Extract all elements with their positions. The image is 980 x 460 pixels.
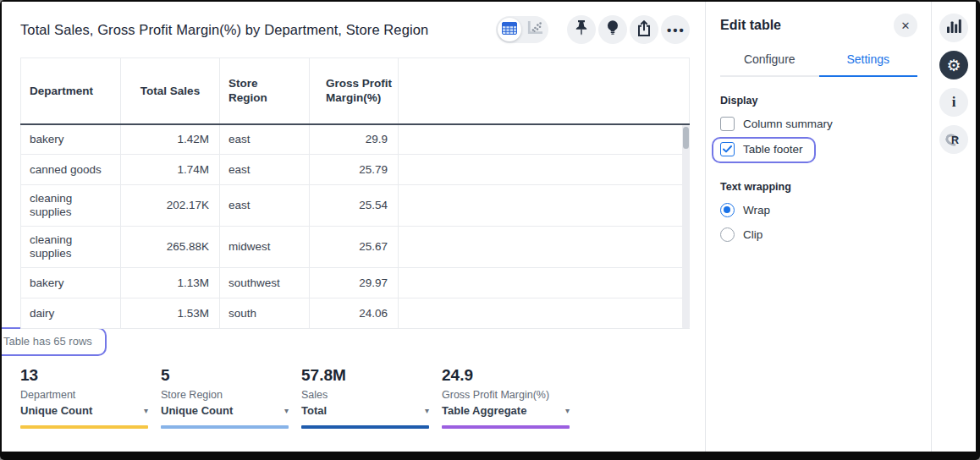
checkbox-row-table-footer[interactable]: Table footer xyxy=(720,142,803,156)
bar-chart-icon xyxy=(947,19,961,36)
cell-department[interactable]: cleaning supplies xyxy=(21,227,121,268)
panel-header: Edit table ✕ xyxy=(720,14,917,37)
table-row: cleaning supplies 265.88K midwest 25.67 xyxy=(21,227,690,268)
radio-row-wrap[interactable]: Wrap xyxy=(720,203,917,217)
checkbox-checked-icon[interactable] xyxy=(720,142,735,156)
column-header-department[interactable]: Department xyxy=(21,58,121,124)
radio-label: Wrap xyxy=(743,204,770,216)
tab-configure[interactable]: Configure xyxy=(720,52,819,75)
column-header-store-region[interactable]: Store Region xyxy=(220,58,310,124)
cell-department[interactable]: canned goods xyxy=(21,155,121,185)
table-scrollbar-thumb[interactable] xyxy=(683,127,689,149)
table-scrollbar-track[interactable] xyxy=(682,125,690,328)
pin-icon xyxy=(575,20,588,39)
checkbox-label: Column summary xyxy=(743,118,833,130)
table-icon xyxy=(502,22,517,38)
cell-empty xyxy=(399,185,690,227)
table-row: bakery 1.42M east 29.9 xyxy=(21,124,690,155)
tab-settings[interactable]: Settings xyxy=(819,52,918,77)
chevron-down-icon: ▾ xyxy=(425,406,429,415)
cell-total-sales[interactable]: 202.17K xyxy=(121,185,220,227)
cell-empty xyxy=(399,227,690,268)
chart-view-button[interactable] xyxy=(523,18,547,41)
stat-aggregate-dropdown[interactable]: Table Aggregate ▾ xyxy=(442,404,570,417)
cell-gross-profit-margin[interactable]: 25.54 xyxy=(310,185,399,227)
close-panel-button[interactable]: ✕ xyxy=(894,14,917,37)
cell-empty xyxy=(399,155,690,185)
panel-tabs: Configure Settings xyxy=(720,52,917,77)
page-title[interactable]: Total Sales, Gross Profit Margin(%) by D… xyxy=(20,22,496,38)
table-row: canned goods 1.74M east 25.79 xyxy=(21,155,690,185)
cell-department[interactable]: bakery xyxy=(21,268,121,298)
cell-total-sales[interactable]: 265.88K xyxy=(121,227,220,268)
stat-aggregate-dropdown[interactable]: Total ▾ xyxy=(301,404,429,417)
stat-store-region: 5 Store Region Unique Count ▾ xyxy=(161,366,289,429)
cell-gross-profit-margin[interactable]: 29.97 xyxy=(310,268,399,298)
chart-elements-button[interactable] xyxy=(939,14,968,42)
radio-row-clip[interactable]: Clip xyxy=(720,227,917,242)
cell-department[interactable]: cleaning supplies xyxy=(21,185,121,227)
checkbox-unchecked-icon[interactable] xyxy=(720,117,735,131)
stat-sales: 57.8M Sales Total ▾ xyxy=(301,366,429,429)
cell-total-sales[interactable]: 1.74M xyxy=(121,155,220,185)
cell-store-region[interactable]: midwest xyxy=(220,227,310,268)
ellipsis-icon: ••• xyxy=(665,23,685,37)
stat-aggregate-dropdown[interactable]: Unique Count ▾ xyxy=(161,404,289,417)
app-window: Total Sales, Gross Profit Margin(%) by D… xyxy=(2,2,976,452)
share-button[interactable] xyxy=(630,15,658,44)
stat-color-bar xyxy=(301,425,429,429)
insights-button[interactable] xyxy=(598,15,627,44)
stat-column-label: Department xyxy=(20,389,148,401)
panel-title: Edit table xyxy=(720,18,781,33)
stat-aggregate-dropdown[interactable]: Unique Count ▾ xyxy=(20,404,148,417)
stat-color-bar xyxy=(161,425,289,429)
edit-table-panel: Edit table ✕ Configure Settings Display … xyxy=(706,2,931,452)
column-header-total-sales[interactable]: Total Sales xyxy=(121,58,220,124)
table-row: cleaning supplies 202.17K east 25.54 xyxy=(21,185,690,227)
stat-value: 57.8M xyxy=(301,366,429,385)
close-icon: ✕ xyxy=(901,19,911,32)
text-wrapping-section-heading: Text wrapping xyxy=(720,181,917,193)
column-header-gross-profit-margin[interactable]: Gross Profit Margin(%) xyxy=(310,58,399,124)
stat-color-bar xyxy=(20,425,148,429)
view-toggle xyxy=(496,16,548,43)
chevron-down-icon: ▾ xyxy=(565,406,570,415)
element-toolbar: ••• xyxy=(496,15,690,44)
stat-column-label: Sales xyxy=(301,389,429,401)
cell-total-sales[interactable]: 1.42M xyxy=(121,124,220,155)
stat-column-label: Gross Profit Margin(%) xyxy=(442,389,570,401)
cell-gross-profit-margin[interactable]: 24.06 xyxy=(310,298,399,329)
cell-store-region[interactable]: south xyxy=(220,298,310,329)
radio-selected-icon[interactable] xyxy=(720,203,735,217)
pin-button[interactable] xyxy=(567,15,596,44)
table-view-button[interactable] xyxy=(498,18,521,41)
stat-color-bar xyxy=(442,425,570,429)
lightbulb-icon xyxy=(607,20,619,39)
r-logo-icon: R xyxy=(951,134,959,146)
cell-store-region[interactable]: southwest xyxy=(220,268,310,298)
cell-store-region[interactable]: east xyxy=(220,155,310,185)
radio-unselected-icon[interactable] xyxy=(720,227,735,242)
info-button[interactable]: i xyxy=(939,88,968,117)
more-options-button[interactable]: ••• xyxy=(661,15,690,44)
r-language-button[interactable]: R xyxy=(939,125,968,154)
cell-store-region[interactable]: east xyxy=(220,124,310,155)
chevron-down-icon: ▾ xyxy=(284,406,289,415)
cell-total-sales[interactable]: 1.53M xyxy=(121,298,220,329)
stat-department: 13 Department Unique Count ▾ xyxy=(20,366,148,429)
checkbox-row-column-summary[interactable]: Column summary xyxy=(720,117,917,131)
cell-gross-profit-margin[interactable]: 25.79 xyxy=(310,155,399,185)
cell-gross-profit-margin[interactable]: 29.9 xyxy=(310,124,399,155)
cell-total-sales[interactable]: 1.13M xyxy=(121,268,220,298)
radio-label: Clip xyxy=(743,228,763,241)
cell-department[interactable]: bakery xyxy=(21,124,121,155)
cell-department[interactable]: dairy xyxy=(21,298,121,329)
cell-store-region[interactable]: east xyxy=(220,185,310,227)
stat-gross-profit-margin: 24.9 Gross Profit Margin(%) Table Aggreg… xyxy=(442,366,570,429)
stat-column-label: Store Region xyxy=(161,389,289,401)
checkbox-label: Table footer xyxy=(743,143,803,156)
table-row: bakery 1.13M southwest 29.97 xyxy=(21,268,690,298)
cell-gross-profit-margin[interactable]: 25.67 xyxy=(310,227,399,268)
settings-panel-button[interactable]: ⚙ xyxy=(939,51,968,79)
data-table: Department Total Sales Store Region Gros… xyxy=(20,58,690,329)
